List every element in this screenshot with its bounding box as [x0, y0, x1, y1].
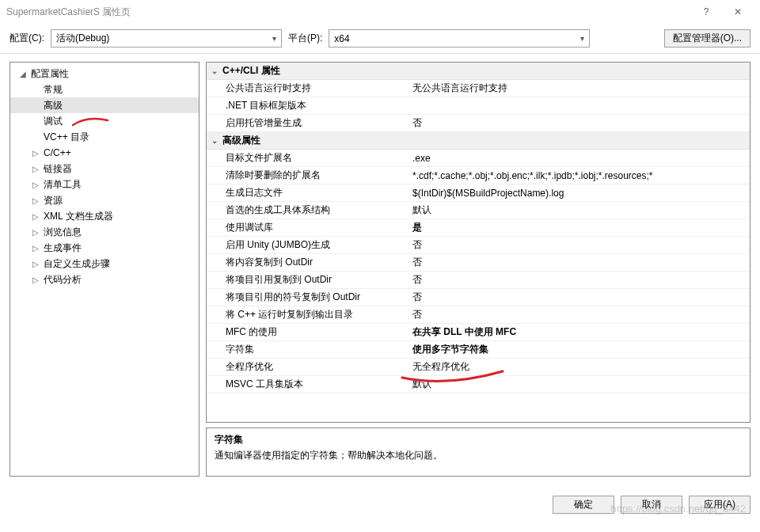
- tree-item[interactable]: ▷浏览信息: [10, 224, 199, 240]
- config-manager-button[interactable]: 配置管理器(O)...: [664, 29, 750, 48]
- property-name: 将 C++ 运行时复制到输出目录: [207, 308, 408, 321]
- property-value[interactable]: 否: [408, 256, 750, 269]
- expand-icon[interactable]: ▷: [31, 228, 40, 237]
- description-title: 字符集: [215, 433, 742, 446]
- tree-item[interactable]: ▷链接器: [10, 161, 199, 177]
- tree-item[interactable]: ▷自定义生成步骤: [10, 256, 199, 272]
- description-pane: 字符集 通知编译器使用指定的字符集；帮助解决本地化问题。: [206, 428, 750, 477]
- property-name: 清除时要删除的扩展名: [207, 169, 408, 182]
- property-row[interactable]: 将项目引用复制到 OutDir否: [207, 272, 750, 289]
- property-value[interactable]: *.cdf;*.cache;*.obj;*.obj.enc;*.ilk;*.ip…: [408, 170, 750, 181]
- property-row[interactable]: 首选的生成工具体系结构默认: [207, 202, 750, 219]
- tree-item[interactable]: 高级: [10, 97, 199, 113]
- grid-section-header[interactable]: ⌄C++/CLI 属性: [207, 63, 750, 80]
- property-row[interactable]: 将 C++ 运行时复制到输出目录否: [207, 306, 750, 324]
- description-text: 通知编译器使用指定的字符集；帮助解决本地化问题。: [215, 449, 742, 462]
- expand-icon[interactable]: ▷: [31, 149, 40, 158]
- tree-item[interactable]: ▷生成事件: [10, 240, 199, 256]
- property-row[interactable]: 生成日志文件$(IntDir)$(MSBuildProjectName).log: [207, 184, 750, 202]
- property-row[interactable]: 公共语言运行时支持无公共语言运行时支持: [207, 80, 750, 97]
- expand-icon[interactable]: ▷: [31, 196, 40, 205]
- close-button[interactable]: ✕: [722, 1, 754, 23]
- config-select[interactable]: 活动(Debug) ▾: [51, 29, 282, 48]
- tree-item[interactable]: 调试: [10, 113, 199, 129]
- tree-item-label: 清单工具: [40, 178, 82, 192]
- grid-section-header[interactable]: ⌄高级属性: [207, 132, 750, 150]
- property-value[interactable]: 否: [408, 308, 750, 321]
- property-value[interactable]: 在共享 DLL 中使用 MFC: [408, 325, 750, 339]
- property-value[interactable]: 否: [408, 273, 750, 287]
- tree-item[interactable]: ▷资源: [10, 192, 199, 208]
- tree-item[interactable]: ▷XML 文档生成器: [10, 208, 199, 224]
- property-value[interactable]: 默认: [408, 203, 750, 217]
- property-name: 将项目引用的符号复制到 OutDir: [207, 291, 408, 304]
- tree-item-label: VC++ 目录: [40, 131, 89, 144]
- tree-item[interactable]: ▷清单工具: [10, 177, 199, 192]
- collapse-icon[interactable]: ◢: [18, 70, 28, 78]
- ok-button[interactable]: 确定: [553, 496, 614, 514]
- tree-item[interactable]: ▷C/C++: [10, 145, 199, 161]
- property-name: 首选的生成工具体系结构: [207, 203, 408, 217]
- property-name: 生成日志文件: [207, 186, 408, 200]
- tree-item-label: 调试: [40, 115, 63, 128]
- property-name: MSVC 工具集版本: [207, 378, 408, 391]
- property-value[interactable]: 否: [408, 291, 750, 304]
- property-value[interactable]: $(IntDir)$(MSBuildProjectName).log: [408, 188, 750, 199]
- tree-item-label: 链接器: [40, 162, 72, 176]
- expand-icon[interactable]: ▷: [31, 212, 40, 221]
- property-value[interactable]: 否: [408, 116, 750, 130]
- platform-select[interactable]: x64 ▾: [329, 29, 590, 48]
- chevron-down-icon: ▾: [272, 34, 276, 43]
- property-row[interactable]: MFC 的使用在共享 DLL 中使用 MFC: [207, 324, 750, 341]
- property-value[interactable]: 否: [408, 238, 750, 252]
- property-name: 目标文件扩展名: [207, 151, 408, 165]
- tree-item[interactable]: 常规: [10, 82, 199, 97]
- window-title: SupermarketCashierS 属性页: [6, 6, 690, 19]
- property-name: MFC 的使用: [207, 325, 408, 339]
- property-value[interactable]: 无全程序优化: [408, 360, 750, 374]
- collapse-icon[interactable]: ⌄: [207, 136, 222, 145]
- expand-icon[interactable]: ▷: [31, 180, 40, 189]
- property-row[interactable]: 启用托管增量生成否: [207, 115, 750, 132]
- expand-icon[interactable]: ▷: [31, 276, 40, 284]
- property-row[interactable]: .NET 目标框架版本: [207, 97, 750, 115]
- property-name: 启用托管增量生成: [207, 116, 408, 130]
- tree-item-label: 生成事件: [40, 241, 82, 255]
- property-row[interactable]: 全程序优化无全程序优化: [207, 359, 750, 376]
- tree-item[interactable]: VC++ 目录: [10, 129, 199, 145]
- property-value[interactable]: 默认: [408, 378, 750, 391]
- collapse-icon[interactable]: ⌄: [207, 66, 222, 75]
- help-button[interactable]: ?: [690, 1, 722, 23]
- property-row[interactable]: MSVC 工具集版本默认: [207, 376, 750, 393]
- tree-item-label: XML 文档生成器: [40, 210, 113, 223]
- tree-root[interactable]: ◢ 配置属性: [10, 66, 199, 82]
- tree-item-label: 常规: [40, 83, 63, 97]
- tree-item-label: 浏览信息: [40, 226, 82, 239]
- tree-item[interactable]: ▷代码分析: [10, 272, 199, 287]
- property-row[interactable]: 使用调试库是: [207, 219, 750, 237]
- tree-view[interactable]: ◢ 配置属性 常规高级调试VC++ 目录▷C/C++▷链接器▷清单工具▷资源▷X…: [10, 62, 200, 477]
- expand-icon[interactable]: ▷: [31, 244, 40, 253]
- watermark: https://blog.csdn.net/qq_3442: [610, 503, 746, 515]
- property-row[interactable]: 目标文件扩展名.exe: [207, 150, 750, 167]
- property-value[interactable]: 使用多字节字符集: [408, 343, 750, 356]
- tree-item-label: 代码分析: [40, 273, 82, 287]
- property-value[interactable]: 是: [408, 221, 750, 234]
- expand-icon[interactable]: ▷: [31, 260, 40, 268]
- property-row[interactable]: 将内容复制到 OutDir否: [207, 254, 750, 272]
- property-row[interactable]: 启用 Unity (JUMBO)生成否: [207, 237, 750, 254]
- property-name: 公共语言运行时支持: [207, 82, 408, 95]
- property-name: 启用 Unity (JUMBO)生成: [207, 238, 408, 252]
- property-row[interactable]: 字符集使用多字节字符集: [207, 341, 750, 359]
- property-value[interactable]: 无公共语言运行时支持: [408, 82, 750, 95]
- property-grid[interactable]: ⌄C++/CLI 属性公共语言运行时支持无公共语言运行时支持.NET 目标框架版…: [206, 62, 750, 423]
- property-row[interactable]: 将项目引用的符号复制到 OutDir否: [207, 289, 750, 306]
- title-bar: SupermarketCashierS 属性页 ? ✕: [0, 0, 760, 24]
- tree-item-label: 自定义生成步骤: [40, 257, 110, 271]
- chevron-down-icon: ▾: [580, 34, 584, 43]
- property-value[interactable]: .exe: [408, 153, 750, 164]
- expand-icon[interactable]: ▷: [31, 165, 40, 173]
- property-name: 将内容复制到 OutDir: [207, 256, 408, 269]
- property-row[interactable]: 清除时要删除的扩展名*.cdf;*.cache;*.obj;*.obj.enc;…: [207, 167, 750, 184]
- property-name: 使用调试库: [207, 221, 408, 234]
